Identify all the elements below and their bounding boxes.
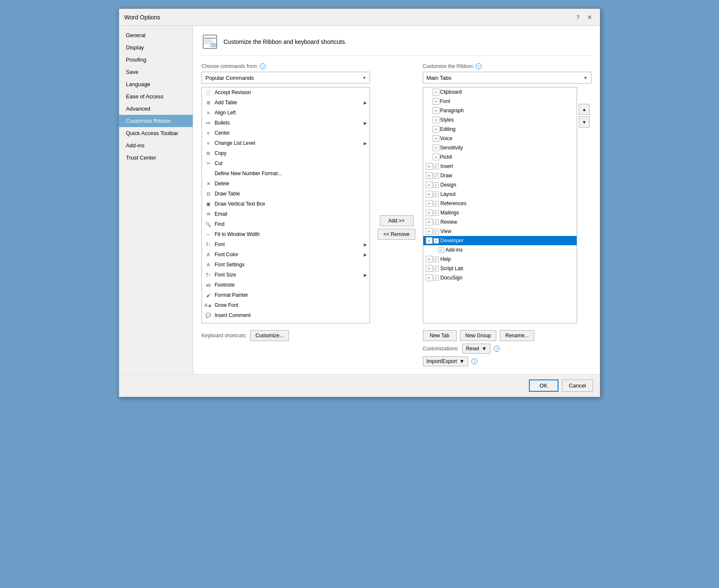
commands-dropdown[interactable]: Popular Commands ▼ — [202, 72, 370, 84]
command-item[interactable]: ⊞Insert Page Section Breaks▶ — [202, 320, 370, 323]
ribbon-tree-item[interactable]: +DocuSign — [423, 273, 577, 282]
tree-checkbox[interactable] — [433, 173, 439, 179]
command-item[interactable]: •≡Bullets▶ — [202, 118, 370, 128]
command-item[interactable]: AFont Color▶ — [202, 249, 370, 260]
expand-sub-icon[interactable]: + — [433, 154, 439, 160]
expand-icon[interactable]: + — [426, 265, 433, 272]
tree-checkbox[interactable] — [433, 275, 439, 281]
command-item[interactable]: ⊟Draw Table — [202, 189, 370, 199]
command-item[interactable]: ▣Draw Vertical Text Box — [202, 199, 370, 209]
close-button[interactable]: ✕ — [585, 12, 595, 22]
expand-sub-icon[interactable]: + — [433, 98, 439, 105]
expand-sub-icon[interactable]: + — [433, 107, 439, 114]
tree-checkbox[interactable] — [433, 257, 439, 262]
ribbon-tree-item[interactable]: +Script Lab — [423, 264, 577, 273]
tree-checkbox[interactable] — [433, 192, 439, 197]
ribbon-tree-item[interactable]: +Review — [423, 217, 577, 227]
command-item[interactable]: ✂Cut — [202, 158, 370, 168]
ribbon-tree-item[interactable]: +Help — [423, 255, 577, 264]
sidebar-item-advanced[interactable]: Advanced — [119, 103, 193, 115]
ribbon-tree-item[interactable]: +Paragraph — [423, 106, 577, 115]
ribbon-tree[interactable]: +Clipboard+Font+Paragraph+Styles+Editing… — [423, 87, 577, 323]
expand-sub-icon[interactable]: + — [433, 89, 439, 95]
new-tab-button[interactable]: New Tab — [423, 330, 457, 341]
ribbon-tree-item[interactable]: +Styles — [423, 115, 577, 125]
ribbon-tree-item[interactable]: +Editing — [423, 125, 577, 134]
expand-sub-icon[interactable]: + — [433, 117, 439, 123]
new-group-button[interactable]: New Group — [460, 330, 497, 341]
command-item[interactable]: A▲Grow Font — [202, 300, 370, 310]
expand-icon[interactable]: + — [426, 182, 433, 188]
sidebar-item-trust-center[interactable]: Trust Center — [119, 152, 193, 164]
ribbon-tree-item[interactable]: +Layout — [423, 190, 577, 199]
expand-icon[interactable]: + — [426, 191, 433, 198]
ribbon-tree-item[interactable]: +Mailings — [423, 208, 577, 217]
expand-icon[interactable]: + — [426, 256, 433, 263]
move-up-button[interactable]: ▲ — [579, 104, 590, 115]
rename-button[interactable]: Rename... — [500, 330, 534, 341]
ribbon-tree-item[interactable]: +References — [423, 199, 577, 208]
expand-icon[interactable]: + — [426, 200, 433, 207]
expand-sub-icon[interactable]: + — [433, 144, 439, 151]
command-item[interactable]: 🔍Find — [202, 219, 370, 229]
expand-icon[interactable]: + — [426, 228, 433, 235]
remove-button[interactable]: << Remove — [378, 229, 415, 240]
command-item[interactable]: ↔Fit to Window Width — [202, 229, 370, 239]
command-item[interactable]: 💬Insert Comment — [202, 310, 370, 320]
tree-checkbox[interactable] — [433, 164, 439, 169]
sidebar-item-add-ins[interactable]: Add-ins — [119, 139, 193, 152]
ribbon-tree-item[interactable]: +Insert — [423, 162, 577, 171]
tree-checkbox[interactable] — [433, 182, 439, 188]
tree-checkbox[interactable] — [433, 201, 439, 206]
tree-sub-checkbox[interactable] — [438, 247, 444, 253]
ribbon-tree-item[interactable]: +Design — [423, 180, 577, 190]
ribbon-tree-item[interactable]: +Sensitivity — [423, 143, 577, 152]
sidebar-item-ease-of-access[interactable]: Ease of Access — [119, 90, 193, 103]
expand-sub-icon[interactable]: + — [433, 135, 439, 142]
command-item[interactable]: ⊞Add Table▶ — [202, 98, 370, 108]
command-item[interactable]: 📄Accept Revision — [202, 87, 370, 98]
expand-icon[interactable]: + — [426, 237, 433, 244]
ribbon-tree-item[interactable]: +Developer — [423, 236, 577, 245]
ribbon-tree-item[interactable]: +Voice — [423, 134, 577, 143]
ribbon-tree-item[interactable]: Add-ins — [423, 245, 577, 255]
ok-button[interactable]: OK — [529, 379, 558, 392]
expand-icon[interactable]: + — [426, 274, 433, 281]
tree-checkbox[interactable] — [433, 266, 439, 271]
sidebar-item-display[interactable]: Display — [119, 41, 193, 54]
customize-keyboard-button[interactable]: Customize... — [250, 330, 289, 341]
command-item[interactable]: Define New Number Format... — [202, 168, 370, 179]
sidebar-item-quick-access-toolbar[interactable]: Quick Access Toolbar — [119, 127, 193, 139]
command-item[interactable]: ✉Email — [202, 209, 370, 219]
command-item[interactable]: ≡Center — [202, 128, 370, 138]
expand-icon[interactable]: + — [426, 163, 433, 170]
command-item[interactable]: ≡Change List Level▶ — [202, 138, 370, 148]
command-item[interactable]: ⧉Copy — [202, 148, 370, 158]
command-item[interactable]: ≡Align Left — [202, 108, 370, 118]
commands-list[interactable]: 📄Accept Revision⊞Add Table▶≡Align Left•≡… — [202, 87, 370, 323]
command-item[interactable]: T↕Font Size▶ — [202, 270, 370, 280]
command-item[interactable]: 🖌Format Painter — [202, 290, 370, 300]
sidebar-item-customize-ribbon[interactable]: Customize Ribbon — [119, 115, 193, 127]
command-item[interactable]: ✕Delete — [202, 179, 370, 189]
expand-sub-icon[interactable]: + — [433, 126, 439, 133]
cancel-button[interactable]: Cancel — [562, 379, 593, 392]
tree-checkbox[interactable] — [433, 229, 439, 234]
tree-checkbox[interactable] — [433, 238, 439, 244]
expand-icon[interactable]: + — [426, 172, 433, 179]
sidebar-item-general[interactable]: General — [119, 29, 193, 41]
import-export-dropdown[interactable]: Import/Export ▼ — [423, 356, 468, 366]
ribbon-dropdown[interactable]: Main Tabs ▼ — [423, 72, 591, 84]
command-item[interactable]: abFootnote — [202, 280, 370, 290]
tree-checkbox[interactable] — [433, 219, 439, 225]
command-item[interactable]: AFont Settings — [202, 260, 370, 270]
ribbon-tree-item[interactable]: +Font — [423, 97, 577, 106]
add-button[interactable]: Add >> — [380, 215, 414, 226]
command-item[interactable]: T↕Font▶ — [202, 239, 370, 249]
tree-checkbox[interactable] — [433, 210, 439, 216]
sidebar-item-language[interactable]: Language — [119, 78, 193, 90]
ribbon-tree-item[interactable]: +Draw — [423, 171, 577, 180]
expand-icon[interactable]: + — [426, 219, 433, 225]
reset-dropdown[interactable]: Reset ▼ — [462, 344, 490, 354]
ribbon-tree-item[interactable]: +Pickit — [423, 152, 577, 162]
